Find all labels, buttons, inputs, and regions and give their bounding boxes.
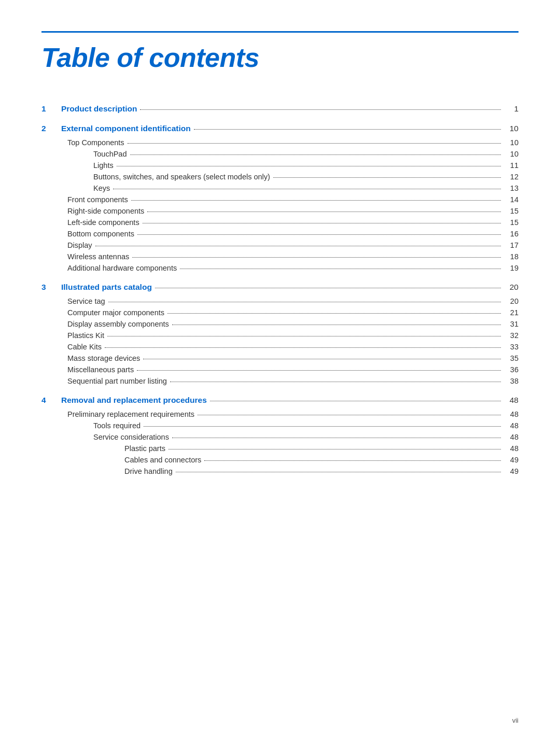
dots — [210, 401, 501, 401]
toc-sub1-computer-major: Computer major components 21 — [41, 308, 519, 317]
toc-sub1-service-tag: Service tag 20 — [41, 297, 519, 305]
toc-sub2-lights: Lights 11 — [41, 161, 519, 170]
toc-sub1-bottom: Bottom components 16 — [41, 230, 519, 238]
page-container: Table of contents 1 Product description … — [0, 0, 560, 527]
dots — [194, 129, 501, 130]
chapter-row-4: 4 Removal and replacement procedures 48 — [41, 396, 519, 405]
chapter-title-4: Removal and replacement procedures — [61, 396, 207, 405]
toc-sub1-display: Display 17 — [41, 241, 519, 249]
toc-sub1-left: Left-side components 15 — [41, 218, 519, 227]
toc-sub1-additional: Additional hardware components 19 — [41, 264, 519, 272]
chapter-title-1: Product description — [61, 104, 137, 114]
chapter-page-4: 48 — [504, 396, 519, 405]
toc-sub2-service-considerations: Service considerations 48 — [41, 433, 519, 441]
toc-sub1-top-components: Top Components 10 — [41, 138, 519, 147]
chapter-page-2: 10 — [504, 124, 519, 133]
chapter-page-3: 20 — [504, 283, 519, 292]
chapter-num-4: 4 — [41, 396, 57, 405]
toc-sub1-plastics-kit: Plastics Kit 32 — [41, 331, 519, 340]
toc-sub2-tools: Tools required 48 — [41, 421, 519, 430]
toc-sub2-touchpad: TouchPad 10 — [41, 150, 519, 158]
toc-sub2-buttons: Buttons, switches, and speakers (select … — [41, 173, 519, 181]
chapter-num-3: 3 — [41, 283, 57, 292]
toc-sub1-cable-kits: Cable Kits 33 — [41, 343, 519, 351]
toc-sub3-drive-handling: Drive handling 49 — [41, 467, 519, 475]
toc-chapter-4: 4 Removal and replacement procedures 48 … — [41, 396, 519, 475]
chapter-title-2: External component identification — [61, 124, 191, 133]
chapter-row-2: 2 External component identification 10 — [41, 124, 519, 133]
dots — [140, 109, 501, 110]
top-rule — [41, 31, 519, 33]
toc-sub3-cables-connectors: Cables and connectors 49 — [41, 456, 519, 464]
toc-chapter-3: 3 Illustrated parts catalog 20 Service t… — [41, 283, 519, 385]
chapter-row-3: 3 Illustrated parts catalog 20 — [41, 283, 519, 292]
chapter-page-1: 1 — [504, 104, 519, 114]
dots — [155, 288, 501, 288]
toc-sub1-wireless: Wireless antennas 18 — [41, 252, 519, 261]
page-title: Table of contents — [41, 42, 519, 73]
toc-sub3-plastic-parts: Plastic parts 48 — [41, 444, 519, 453]
toc-sub1-sequential: Sequential part number listing 38 — [41, 377, 519, 385]
toc-chapter-1: 1 Product description 1 — [41, 104, 519, 114]
toc-sub1-right: Right-side components 15 — [41, 207, 519, 215]
chapter-num-1: 1 — [41, 104, 57, 114]
toc-sub1-display-assembly: Display assembly components 31 — [41, 320, 519, 328]
page-footer: vii — [512, 716, 519, 724]
toc-chapter-2: 2 External component identification 10 T… — [41, 124, 519, 272]
toc-sub1-mass-storage: Mass storage devices 35 — [41, 354, 519, 362]
chapter-row-1: 1 Product description 1 — [41, 104, 519, 114]
footer-page-num: vii — [512, 716, 519, 724]
toc-sub1-front: Front components 14 — [41, 195, 519, 204]
chapter-title-3: Illustrated parts catalog — [61, 283, 152, 292]
toc-sub1-misc-parts: Miscellaneous parts 36 — [41, 366, 519, 374]
chapter-num-2: 2 — [41, 124, 57, 133]
toc-sub1-preliminary: Preliminary replacement requirements 48 — [41, 410, 519, 418]
toc-sub2-keys: Keys 13 — [41, 184, 519, 192]
